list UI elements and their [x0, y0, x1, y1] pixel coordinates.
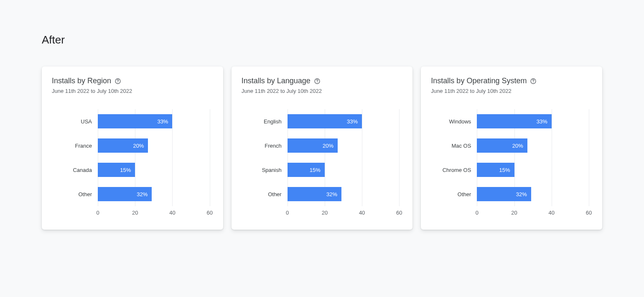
category-label: English	[242, 109, 288, 133]
card-title: Installs by Language	[242, 77, 311, 85]
labels-column: WindowsMac OSChrome OSOther	[431, 109, 477, 206]
x-axis: 0204060	[242, 210, 400, 218]
bar: 20%	[98, 138, 148, 153]
axis-ticks: 0204060	[98, 210, 210, 218]
category-label: Windows	[431, 109, 477, 133]
bar: 32%	[288, 187, 341, 201]
chart-card: Installs by RegionJune 11th 2022 to July…	[42, 67, 223, 230]
svg-point-5	[533, 82, 534, 82]
category-label: Mac OS	[431, 133, 477, 158]
category-label: Canada	[52, 158, 98, 182]
card-title-row: Installs by Region	[52, 77, 210, 85]
gridline	[210, 109, 210, 206]
page-title: After	[42, 33, 602, 46]
bar: 15%	[477, 163, 514, 177]
axis-ticks: 0204060	[288, 210, 400, 218]
bar-value-label: 33%	[347, 118, 358, 125]
bar-value-label: 32%	[137, 191, 148, 197]
bar-value-label: 15%	[310, 167, 321, 173]
gridline	[589, 109, 589, 206]
category-label: France	[52, 133, 98, 158]
axis-tick: 0	[286, 210, 289, 216]
card-title: Installs by Operating System	[431, 77, 527, 85]
bars-region: WindowsMac OSChrome OSOther33%20%15%32%	[431, 109, 589, 206]
bar-value-label: 32%	[326, 191, 337, 197]
axis-tick: 60	[206, 210, 212, 216]
bar: 20%	[477, 138, 527, 153]
category-label: Other	[52, 182, 98, 206]
bar-value-label: 33%	[537, 118, 547, 125]
bar-value-label: 33%	[157, 118, 168, 125]
bar-value-label: 32%	[516, 191, 527, 197]
svg-point-1	[117, 82, 118, 82]
bar: 33%	[98, 114, 172, 128]
category-label: Spanish	[242, 158, 288, 182]
plot-area: 33%20%15%32%	[288, 109, 400, 206]
help-icon[interactable]	[314, 78, 321, 84]
card-subtitle: June 11th 2022 to July 10th 2022	[431, 88, 589, 94]
bar: 32%	[98, 187, 152, 201]
category-label: Chrome OS	[431, 158, 477, 182]
bar: 33%	[288, 114, 362, 128]
chart-area: EnglishFrenchSpanishOther33%20%15%32%020…	[242, 109, 400, 218]
bar: 20%	[288, 138, 338, 153]
axis-tick: 20	[511, 210, 517, 216]
labels-column: USAFranceCanadaOther	[52, 109, 98, 206]
axis-tick: 0	[476, 210, 479, 216]
category-label: French	[242, 133, 288, 158]
axis-tick: 40	[359, 210, 365, 216]
card-subtitle: June 11th 2022 to July 10th 2022	[242, 88, 400, 94]
chart-area: USAFranceCanadaOther33%20%15%32%0204060	[52, 109, 210, 218]
bar-value-label: 20%	[512, 143, 523, 149]
gridline	[172, 109, 173, 206]
bar-value-label: 15%	[120, 167, 131, 173]
cards-row: Installs by RegionJune 11th 2022 to July…	[42, 67, 602, 230]
gridline	[399, 109, 400, 206]
card-subtitle: June 11th 2022 to July 10th 2022	[52, 88, 210, 94]
help-icon[interactable]	[115, 78, 121, 84]
chart-area: WindowsMac OSChrome OSOther33%20%15%32%0…	[431, 109, 589, 218]
chart-card: Installs by LanguageJune 11th 2022 to Ju…	[232, 67, 413, 230]
plot-area: 33%20%15%32%	[98, 109, 210, 206]
bars-region: USAFranceCanadaOther33%20%15%32%	[52, 109, 210, 206]
x-axis: 0204060	[52, 210, 210, 218]
category-label: Other	[242, 182, 288, 206]
gridline	[552, 109, 552, 206]
card-title-row: Installs by Language	[242, 77, 400, 85]
labels-column: EnglishFrenchSpanishOther	[242, 109, 288, 206]
bar: 32%	[477, 187, 531, 201]
axis-tick: 60	[396, 210, 402, 216]
bar: 15%	[98, 163, 135, 177]
bar-value-label: 20%	[323, 143, 333, 149]
category-label: USA	[52, 109, 98, 133]
gridline	[362, 109, 362, 206]
bar-value-label: 15%	[499, 167, 510, 173]
x-axis: 0204060	[431, 210, 589, 218]
axis-tick: 20	[322, 210, 328, 216]
bar: 33%	[477, 114, 551, 128]
axis-tick: 40	[549, 210, 555, 216]
axis-ticks: 0204060	[477, 210, 589, 218]
svg-point-3	[317, 82, 317, 82]
plot-area: 33%20%15%32%	[477, 109, 589, 206]
axis-tick: 0	[96, 210, 99, 216]
help-icon[interactable]	[530, 78, 537, 84]
card-title-row: Installs by Operating System	[431, 77, 589, 85]
bar: 15%	[288, 163, 325, 177]
card-title: Installs by Region	[52, 77, 111, 85]
category-label: Other	[431, 182, 477, 206]
axis-tick: 60	[586, 210, 592, 216]
axis-tick: 20	[132, 210, 138, 216]
bars-region: EnglishFrenchSpanishOther33%20%15%32%	[242, 109, 400, 206]
chart-card: Installs by Operating SystemJune 11th 20…	[421, 67, 602, 230]
bar-value-label: 20%	[133, 143, 144, 149]
axis-tick: 40	[169, 210, 175, 216]
